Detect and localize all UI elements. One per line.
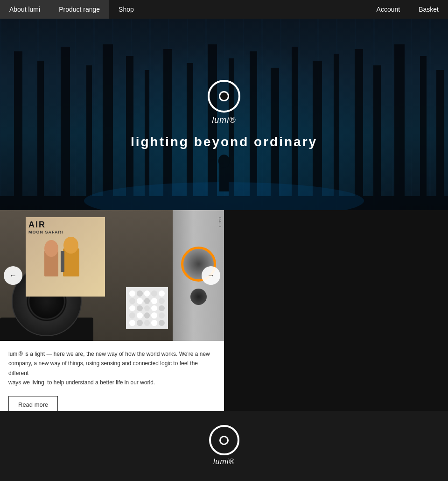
prev-button[interactable]: ←	[4, 266, 22, 285]
panel-dot	[129, 305, 135, 311]
svg-rect-4	[103, 44, 113, 210]
footer-logo-text: lumi®	[213, 458, 235, 466]
footer-bottom-row: About lumi Account Basket Contact Blog T…	[19, 475, 429, 481]
product-image-area: AIR MOON SAFARI	[0, 210, 224, 411]
panel-dot	[144, 320, 150, 326]
panel-dot	[159, 298, 165, 304]
navbar: About lumi Product range Shop Account Ba…	[0, 0, 448, 19]
svg-point-26	[44, 240, 58, 257]
svg-point-24	[218, 155, 230, 168]
panel-dot	[144, 290, 150, 297]
nav-basket[interactable]: Basket	[409, 0, 448, 19]
next-button[interactable]: →	[202, 266, 220, 285]
panel-dot	[137, 305, 143, 311]
nav-right: Account Basket	[367, 0, 448, 19]
product-description: lumi® is a light — here we are, the new …	[0, 341, 224, 411]
panel-dot	[159, 305, 165, 311]
hero-section: lumi® lighting beyond ordinary	[0, 19, 448, 210]
footer-logo: lumi®	[209, 425, 239, 466]
panel-dot	[129, 298, 135, 304]
svg-rect-3	[86, 65, 92, 210]
nav-product-range[interactable]: Product range	[49, 0, 109, 19]
read-more-button[interactable]: Read more	[8, 396, 58, 411]
right-dark-panel	[224, 210, 448, 411]
panel-dot	[159, 290, 165, 297]
panel-dot	[159, 312, 165, 318]
svg-rect-15	[334, 54, 339, 210]
svg-rect-19	[420, 56, 427, 210]
svg-rect-18	[394, 44, 405, 210]
panel-dot	[151, 320, 157, 326]
svg-rect-2	[61, 47, 70, 210]
hero-logo-text: lumi®	[212, 115, 236, 125]
footer-logo-circle	[209, 425, 239, 455]
album-artwork	[28, 234, 102, 281]
description-paragraph: lumi® is a light — here we are, the new …	[8, 349, 216, 388]
footer: lumi® About lumi Account Basket Contact …	[0, 411, 448, 481]
hero-logo-circle	[208, 80, 240, 113]
panel-dot	[137, 290, 143, 297]
hero-logo-dot	[219, 91, 229, 101]
panel-dot	[137, 312, 143, 318]
panel-dot	[144, 298, 150, 304]
footer-logo-dot	[219, 436, 229, 445]
panel-dot	[129, 320, 135, 326]
album-name: MOON SAFARI	[28, 230, 102, 234]
speaker-tweeter	[190, 289, 207, 305]
svg-point-28	[63, 237, 78, 254]
panel-dot	[137, 298, 143, 304]
lumi-light-panel	[126, 287, 168, 329]
panel-dot	[129, 290, 135, 297]
panel-dot	[151, 312, 157, 318]
panel-dot	[144, 312, 150, 318]
nav-account[interactable]: Account	[367, 0, 410, 19]
panel-dot	[151, 298, 157, 304]
hero-tagline: lighting beyond ordinary	[131, 134, 317, 149]
album-figure-svg	[35, 237, 96, 279]
hero-trees	[0, 42, 448, 210]
nav-left: About lumi Product range Shop	[0, 0, 143, 19]
panel-dot	[137, 320, 143, 326]
panel-dot	[151, 305, 157, 311]
panel-dot	[144, 305, 150, 311]
nav-about-lumi[interactable]: About lumi	[0, 0, 49, 19]
svg-rect-1	[37, 61, 44, 210]
svg-rect-20	[436, 70, 444, 210]
panel-dot	[129, 312, 135, 318]
svg-rect-16	[355, 49, 363, 210]
product-scene: AIR MOON SAFARI	[0, 210, 224, 341]
product-row: AIR MOON SAFARI	[0, 210, 448, 411]
svg-rect-17	[373, 65, 381, 210]
album-artist: AIR	[28, 220, 102, 230]
footer-main: lumi® About lumi Account Basket Contact …	[19, 425, 429, 481]
svg-rect-29	[61, 251, 64, 272]
album-cover: AIR MOON SAFARI	[26, 217, 105, 297]
speaker-brand: DALI	[218, 217, 222, 228]
nav-shop[interactable]: Shop	[109, 0, 143, 19]
svg-rect-0	[14, 51, 22, 210]
panel-dot	[159, 320, 165, 326]
hero-logo: lumi®	[208, 80, 240, 125]
panel-dot	[151, 290, 157, 297]
